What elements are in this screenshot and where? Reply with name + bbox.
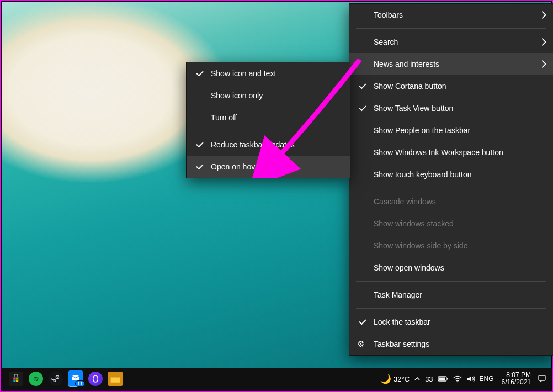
menu-search-label: Search: [374, 38, 398, 46]
menu-lock-taskbar[interactable]: Lock the taskbar: [349, 311, 553, 333]
menu-show-task-view[interactable]: Show Task View button: [349, 97, 553, 119]
svg-point-17: [457, 381, 458, 382]
menu-stacked-label: Show windows stacked: [374, 219, 454, 228]
wifi-icon[interactable]: [453, 375, 462, 383]
file-explorer-icon[interactable]: [108, 372, 123, 386]
menu-toolbars[interactable]: Toolbars: [349, 4, 553, 26]
svg-rect-3: [14, 380, 16, 382]
svg-point-8: [57, 377, 58, 378]
spotify-icon[interactable]: [29, 372, 43, 386]
svg-rect-18: [539, 375, 545, 380]
menu-show-touch-keyboard[interactable]: Show touch keyboard button: [349, 163, 553, 186]
menu-people-label: Show People on the taskbar: [374, 126, 470, 135]
submenu-show-icon-only[interactable]: Show icon only: [187, 84, 350, 107]
submenu-reduce-updates[interactable]: Reduce taskbar updates: [187, 134, 350, 156]
mail-badge: 11: [75, 380, 85, 387]
tray-chevron-icon[interactable]: [414, 375, 421, 382]
svg-rect-16: [439, 378, 445, 380]
submenu-hover-label: Open on hover: [211, 162, 262, 171]
submenu-turn-off[interactable]: Turn off: [187, 107, 350, 129]
microsoft-store-icon[interactable]: [9, 372, 23, 386]
svg-point-6: [51, 374, 61, 384]
taskbar-tray: 🌙 32°C 33 ENG 8:07 PM 6/16/2021: [380, 372, 546, 386]
svg-rect-13: [111, 379, 120, 379]
steam-icon[interactable]: [49, 372, 63, 386]
svg-rect-12: [111, 376, 115, 378]
submenu-open-on-hover[interactable]: Open on hover: [187, 156, 350, 178]
menu-task-manager[interactable]: Task Manager: [349, 284, 553, 306]
news-interests-submenu: Show icon and text Show icon only Turn o…: [186, 62, 350, 178]
submenu-turnoff-label: Turn off: [211, 113, 237, 122]
svg-point-11: [93, 375, 98, 382]
svg-rect-2: [16, 378, 18, 380]
taskbar[interactable]: 11 🌙 32°C 33 ENG 8:07 PM 6/16/2021: [2, 368, 551, 390]
volume-icon[interactable]: [466, 375, 475, 383]
menu-sbs-label: Show windows side by side: [374, 241, 467, 250]
menu-show-people[interactable]: Show People on the taskbar: [349, 119, 553, 141]
menu-cortana-label: Show Cortana button: [374, 82, 446, 91]
submenu-icononly-label: Show icon only: [211, 91, 263, 100]
battery-icon[interactable]: [438, 375, 449, 382]
menu-taskview-label: Show Task View button: [374, 104, 453, 113]
menu-search[interactable]: Search: [349, 31, 553, 53]
menu-cascade-windows: Cascade windows: [349, 190, 553, 213]
submenu-iconandtext-label: Show icon and text: [211, 69, 276, 78]
submenu-show-icon-and-text[interactable]: Show icon and text: [187, 62, 350, 84]
menu-toolbars-label: Toolbars: [374, 10, 403, 19]
tray-number[interactable]: 33: [425, 375, 433, 383]
menu-show-open-windows[interactable]: Show open windows: [349, 257, 553, 279]
taskbar-pinned-apps: 11: [9, 370, 123, 387]
menu-stacked-windows: Show windows stacked: [349, 213, 553, 235]
taskbar-context-menu: Toolbars Search News and interests Show …: [349, 3, 553, 356]
action-center-icon[interactable]: [538, 374, 546, 383]
svg-rect-15: [447, 378, 448, 380]
taskbar-clock[interactable]: 8:07 PM 6/16/2021: [502, 372, 531, 386]
menu-cascade-label: Cascade windows: [374, 197, 436, 206]
svg-rect-1: [14, 378, 16, 380]
clock-date: 6/16/2021: [502, 379, 531, 386]
menu-taskbar-settings[interactable]: Taskbar settings: [349, 333, 553, 355]
menu-show-cortana[interactable]: Show Cortana button: [349, 75, 553, 97]
menu-show-ink[interactable]: Show Windows Ink Workspace button: [349, 141, 553, 163]
menu-settings-label: Taskbar settings: [374, 340, 429, 348]
menu-openwin-label: Show open windows: [374, 263, 444, 272]
submenu-reduce-label: Reduce taskbar updates: [211, 140, 295, 149]
menu-touchkb-label: Show touch keyboard button: [374, 170, 471, 179]
weather-widget[interactable]: 🌙 32°C: [380, 374, 410, 384]
svg-rect-4: [16, 380, 18, 382]
menu-side-by-side: Show windows side by side: [349, 235, 553, 257]
weather-temp: 32°C: [394, 375, 410, 383]
menu-lock-label: Lock the taskbar: [374, 317, 430, 326]
menu-ink-label: Show Windows Ink Workspace button: [374, 148, 503, 157]
menu-news-label: News and interests: [374, 60, 439, 68]
menu-news-and-interests[interactable]: News and interests: [349, 53, 553, 75]
moon-icon: 🌙: [380, 374, 391, 384]
menu-taskmgr-label: Task Manager: [374, 290, 422, 299]
opera-gx-icon[interactable]: [88, 372, 103, 386]
mail-icon[interactable]: 11: [68, 370, 83, 387]
svg-rect-10: [72, 375, 79, 380]
language-indicator[interactable]: ENG: [480, 375, 494, 383]
